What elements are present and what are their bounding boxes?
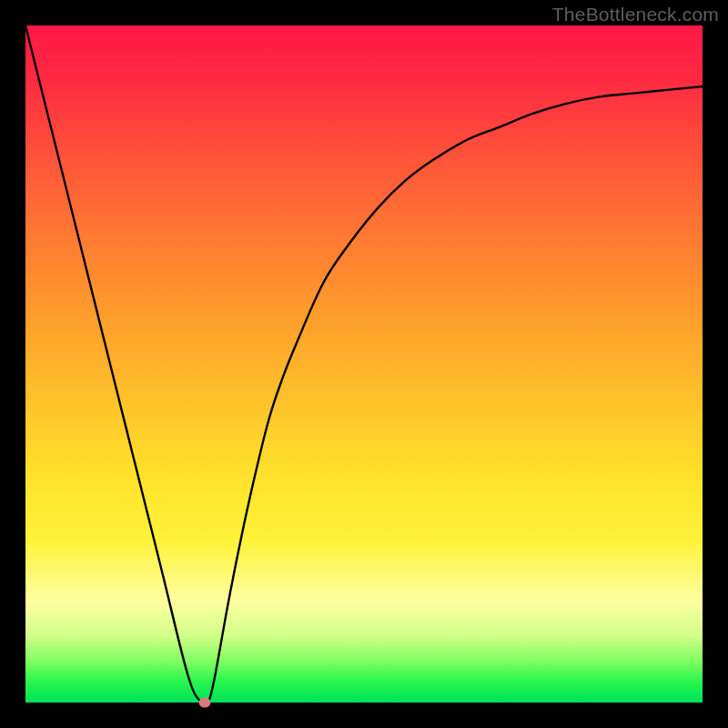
chart-frame: TheBottleneck.com	[0, 0, 728, 728]
watermark-text: TheBottleneck.com	[552, 4, 719, 25]
bottleneck-curve	[25, 25, 703, 703]
plot-area	[25, 25, 703, 703]
min-point-marker	[199, 698, 211, 708]
